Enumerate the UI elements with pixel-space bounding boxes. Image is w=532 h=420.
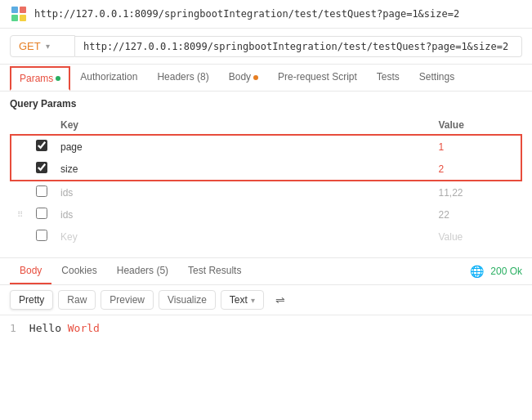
resp-tab-headers[interactable]: Headers (5) (107, 258, 178, 284)
svg-rect-2 (11, 15, 18, 21)
text-type-label: Text (230, 294, 248, 306)
url-input[interactable] (75, 36, 522, 57)
row-key-checkbox[interactable] (36, 230, 47, 241)
col-drag (11, 116, 29, 135)
grid-icon (10, 5, 28, 23)
resp-tab-headers-label: Headers (5) (117, 265, 168, 276)
params-dot (56, 76, 60, 81)
tab-tests-label: Tests (377, 71, 400, 83)
key-cell: size (54, 158, 431, 181)
hello-text: Hello (29, 322, 68, 334)
tab-body-label: Body (229, 71, 251, 83)
drag-cell (11, 226, 29, 248)
query-params-title: Query Params (0, 92, 532, 116)
tab-headers-label: Headers (8) (157, 71, 208, 83)
drag-cell (11, 181, 29, 203)
table-row: ids 11,22 (11, 181, 521, 203)
globe-icon: 🌐 (470, 265, 484, 278)
format-visualize-button[interactable]: Visualize (159, 290, 216, 310)
wrap-button[interactable]: ⇌ (269, 290, 292, 310)
format-bar: Pretty Raw Preview Visualize Text ▾ ⇌ (0, 285, 532, 315)
key-cell: ids (54, 181, 431, 203)
resp-tab-cookies[interactable]: Cookies (51, 258, 106, 284)
body-dot (253, 75, 258, 80)
format-raw-button[interactable]: Raw (58, 290, 96, 310)
value-cell: 22 (431, 203, 521, 226)
value-cell: 1 (431, 135, 521, 158)
tab-prerequest-label: Pre-request Script (278, 71, 357, 83)
tab-params[interactable]: Params (10, 66, 70, 91)
tab-prerequest[interactable]: Pre-request Script (268, 65, 367, 91)
response-status-area: 🌐 200 Ok (470, 265, 522, 278)
tab-tests[interactable]: Tests (367, 65, 409, 91)
text-type-chevron: ▾ (251, 296, 255, 305)
key-cell: ids (54, 203, 431, 226)
table-row: ⠿ ids 22 (11, 203, 521, 226)
resp-tab-testresults-label: Test Results (188, 265, 241, 276)
row-ids2-checkbox[interactable] (36, 208, 47, 219)
table-row: size 2 (11, 158, 521, 181)
checkbox-cell[interactable] (29, 158, 54, 181)
checkbox-cell[interactable] (29, 135, 54, 158)
response-body: 1Hello World (0, 315, 532, 341)
line-number-1: 1 (10, 322, 16, 334)
params-table: Key Value page 1 size 2 ids (10, 116, 522, 248)
svg-rect-1 (20, 7, 26, 13)
tab-authorization[interactable]: Authorization (70, 65, 147, 91)
text-type-select[interactable]: Text ▾ (221, 290, 264, 310)
checkbox-cell[interactable] (29, 226, 54, 248)
checkbox-cell[interactable] (29, 181, 54, 203)
chevron-down-icon: ▾ (46, 42, 50, 51)
drag-cell (11, 158, 29, 181)
top-bar-url: http://127.0.0.1:8099/springbootIntegrat… (34, 8, 459, 20)
tab-settings-label: Settings (419, 71, 454, 83)
format-preview-button[interactable]: Preview (101, 290, 154, 310)
row-page-checkbox[interactable] (36, 140, 47, 151)
resp-tab-cookies-label: Cookies (61, 265, 96, 276)
key-cell: Key (54, 226, 431, 248)
top-bar: http://127.0.0.1:8099/springbootIntegrat… (0, 0, 532, 29)
checkbox-cell[interactable] (29, 203, 54, 226)
col-check (29, 116, 54, 135)
tab-settings[interactable]: Settings (409, 65, 464, 91)
table-row: page 1 (11, 135, 521, 158)
method-select[interactable]: GET ▾ (10, 35, 75, 57)
tab-body[interactable]: Body (219, 65, 268, 91)
value-cell: Value (431, 226, 521, 248)
row-ids1-checkbox[interactable] (36, 185, 47, 197)
tab-authorization-label: Authorization (80, 71, 137, 83)
drag-cell: ⠿ (11, 203, 29, 226)
svg-rect-0 (11, 7, 18, 13)
value-cell: 2 (431, 158, 521, 181)
svg-rect-3 (20, 15, 26, 21)
resp-tab-body-label: Body (20, 265, 42, 276)
table-row: Key Value (11, 226, 521, 248)
request-tabs-row: Params Authorization Headers (8) Body Pr… (0, 65, 532, 92)
format-pretty-button[interactable]: Pretty (10, 290, 53, 310)
resp-tab-testresults[interactable]: Test Results (178, 258, 251, 284)
col-key: Key (54, 116, 431, 135)
tab-headers[interactable]: Headers (8) (147, 65, 218, 91)
drag-cell (11, 135, 29, 158)
row-size-checkbox[interactable] (36, 162, 47, 173)
world-text: World (68, 322, 100, 334)
key-cell: page (54, 135, 431, 158)
request-bar: GET ▾ (0, 29, 532, 65)
method-label: GET (19, 40, 41, 52)
tab-params-label: Params (20, 73, 53, 84)
response-tabs-row: Body Cookies Headers (5) Test Results 🌐 … (0, 257, 532, 285)
col-value: Value (431, 116, 521, 135)
value-cell: 11,22 (431, 181, 521, 203)
status-badge: 200 Ok (490, 266, 522, 277)
resp-tab-body[interactable]: Body (10, 258, 51, 284)
